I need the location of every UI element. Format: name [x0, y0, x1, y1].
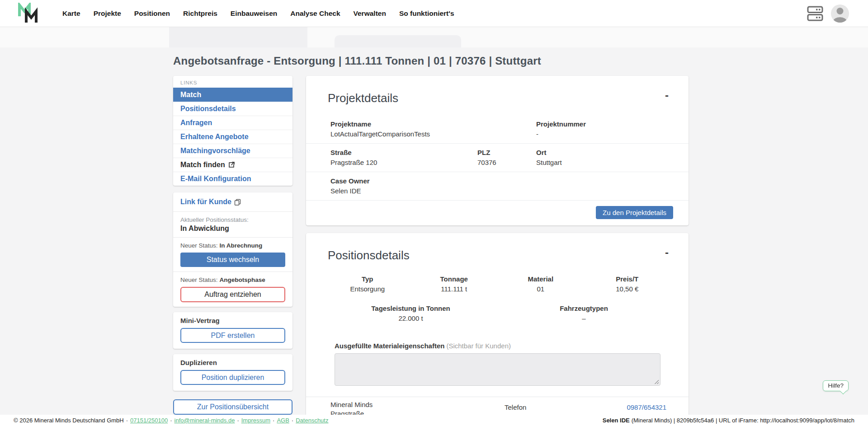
- field-value: -: [536, 130, 670, 138]
- field-label: PLZ: [477, 149, 536, 156]
- collapse-icon[interactable]: -: [663, 91, 670, 99]
- content-container: Angebotsanfrage - Entsorgung | 111.111 T…: [173, 47, 689, 426]
- phone-link[interactable]: 0987/654321: [627, 403, 666, 411]
- ghost-block-left: [169, 27, 307, 47]
- footer-left: © 2026 Mineral Minds Deutschland GmbH · …: [14, 417, 328, 424]
- footer-session-details: (Mineral Minds) | 8209b5fc54a6 | URL of …: [632, 417, 854, 424]
- ghost-block-tab: [335, 35, 461, 47]
- nav-item-analyse-check[interactable]: Analyse Check: [290, 9, 340, 18]
- field-typ: Typ Entsorgung: [324, 275, 411, 293]
- new-status-offer-text: Neuer Status:Angebotsphase: [180, 276, 285, 283]
- field-value: LotActualTargetComparisonTests: [330, 130, 536, 138]
- field-label: Preis/T: [584, 275, 671, 283]
- sidebar-item-label: Erhaltene Angebote: [180, 133, 249, 141]
- field-label: Ort: [536, 149, 670, 156]
- footer-separator: ·: [126, 417, 128, 424]
- nav-item-projekte[interactable]: Projekte: [94, 9, 121, 18]
- sidebar-item-matchingvorschlaege[interactable]: Matchingvorschläge: [173, 144, 292, 158]
- field-label: Straße: [330, 149, 477, 156]
- footer-link-email[interactable]: info@mineral-minds.de: [175, 417, 235, 424]
- footer-link-phone[interactable]: 07151/250100: [130, 417, 168, 424]
- field-value: 01: [497, 285, 584, 293]
- user-avatar[interactable]: [831, 5, 849, 23]
- server-icon[interactable]: [807, 5, 824, 22]
- project-details-title: Projektdetails: [328, 91, 398, 105]
- field-plz: PLZ 70376: [477, 149, 536, 166]
- mini-contract-card: Mini-Vertrag PDF erstellen: [173, 312, 292, 349]
- field-value: 10,50 €: [584, 285, 671, 293]
- field-material: Material 01: [497, 275, 584, 293]
- footer-link-agb[interactable]: AGB: [277, 417, 289, 424]
- scrolled-content-strip: [0, 27, 868, 47]
- sidebar-item-anfragen[interactable]: Anfragen: [173, 116, 292, 130]
- duplicate-title: Duplizieren: [180, 359, 285, 366]
- sidebar-item-label: Anfragen: [180, 119, 212, 127]
- sidebar-item-label: E-Mail Konfiguration: [180, 175, 251, 183]
- field-label: Material: [497, 275, 584, 283]
- customer-link[interactable]: Link für Kunde: [180, 197, 285, 207]
- sidebar-item-match[interactable]: Match: [173, 88, 292, 102]
- field-value: Stuttgart: [536, 159, 670, 166]
- status-change-button[interactable]: Status wechseln: [180, 253, 285, 267]
- sidebar-item-label: Matchingvorschläge: [180, 147, 250, 155]
- nav-item-so-funktionierts[interactable]: So funktioniert's: [399, 9, 454, 18]
- field-preis-t: Preis/T 10,50 €: [584, 275, 671, 293]
- sidebar-item-erhaltene-angebote[interactable]: Erhaltene Angebote: [173, 130, 292, 144]
- create-pdf-button[interactable]: PDF erstellen: [180, 328, 285, 343]
- duplicate-position-button[interactable]: Position duplizieren: [180, 370, 285, 385]
- new-status-label: Neuer Status:: [180, 276, 218, 283]
- field-ort: Ort Stuttgart: [536, 149, 670, 166]
- footer-link-datenschutz[interactable]: Datenschutz: [296, 417, 328, 424]
- collapse-icon[interactable]: -: [663, 248, 670, 257]
- avatar-body-icon: [833, 17, 847, 23]
- field-case-owner: Case Owner Selen IDE: [330, 177, 670, 195]
- copy-icon[interactable]: [234, 199, 241, 206]
- material-properties-textarea[interactable]: [335, 353, 660, 386]
- field-value: –: [497, 314, 670, 322]
- sidebar-item-positionsdetails[interactable]: Positionsdetails: [173, 102, 292, 116]
- field-label: Case Owner: [330, 177, 670, 185]
- contact-phone-row: Telefon 0987/654321: [505, 400, 666, 414]
- nav-item-positionen[interactable]: Positionen: [134, 9, 170, 18]
- footer-separator: ·: [170, 417, 172, 424]
- field-tagesleistung: Tagesleistung in Tonnen 22.000 t: [324, 304, 497, 322]
- withdraw-order-button[interactable]: Auftrag entziehen: [180, 287, 285, 302]
- field-value: 22.000 t: [324, 314, 497, 322]
- new-status-billing-text: Neuer Status:In Abrechnung: [180, 242, 285, 249]
- field-strasse: Straße Pragstraße 120: [330, 149, 477, 166]
- contact-company: Mineral Minds: [330, 400, 505, 409]
- current-status-value: In Abwicklung: [180, 225, 285, 233]
- footer-session-info: Selen IDE (Mineral Minds) | 8209b5fc54a6…: [603, 417, 854, 424]
- field-label: Tagesleistung in Tonnen: [324, 304, 497, 312]
- project-details-card: Projektdetails - Projektname LotActualTa…: [306, 76, 689, 225]
- footer-separator: ·: [273, 417, 274, 424]
- mineral-minds-logo-icon[interactable]: [17, 3, 41, 24]
- material-properties-label: Ausgefüllte Materialeigenschaften(Sichtb…: [306, 342, 689, 350]
- material-properties-label-strong: Ausgefüllte Materialeigenschaften: [335, 342, 444, 350]
- position-overview-button[interactable]: Zur Positionsübersicht: [173, 399, 292, 415]
- nav-item-richtpreis[interactable]: Richtpreis: [183, 9, 217, 18]
- footer-username: Selen IDE: [603, 417, 630, 424]
- footer: © 2026 Mineral Minds Deutschland GmbH · …: [0, 415, 868, 426]
- nav-item-verwalten[interactable]: Verwalten: [354, 9, 386, 18]
- sidebar-item-match-finden[interactable]: Match finden: [173, 158, 292, 172]
- phone-label: Telefon: [505, 403, 526, 411]
- footer-link-impressum[interactable]: Impressum: [241, 417, 270, 424]
- customer-link-label: Link für Kunde: [180, 198, 231, 206]
- field-projektname: Projektname LotActualTargetComparisonTes…: [330, 120, 536, 138]
- field-value: 70376: [477, 159, 536, 166]
- field-label: Projektnummer: [536, 120, 670, 128]
- resize-handle-icon[interactable]: [654, 379, 659, 384]
- nav-item-einbauweisen[interactable]: Einbauweisen: [231, 9, 277, 18]
- mini-contract-title: Mini-Vertrag: [180, 317, 285, 324]
- help-button[interactable]: Hilfe?: [823, 380, 849, 391]
- material-properties-hint: (Sichtbar für Kunden): [446, 342, 511, 350]
- field-value: Entsorgung: [324, 285, 411, 293]
- field-fahrzeugtypen: Fahrzeugtypen –: [497, 304, 670, 322]
- sidebar-item-email-konfiguration[interactable]: E-Mail Konfiguration: [173, 172, 292, 186]
- position-details-title: Positionsdetails: [328, 248, 410, 262]
- goto-project-details-button[interactable]: Zu den Projektdetails: [596, 206, 673, 219]
- nav-item-karte[interactable]: Karte: [62, 9, 80, 18]
- field-label: Typ: [324, 275, 411, 283]
- footer-separator: ·: [237, 417, 239, 424]
